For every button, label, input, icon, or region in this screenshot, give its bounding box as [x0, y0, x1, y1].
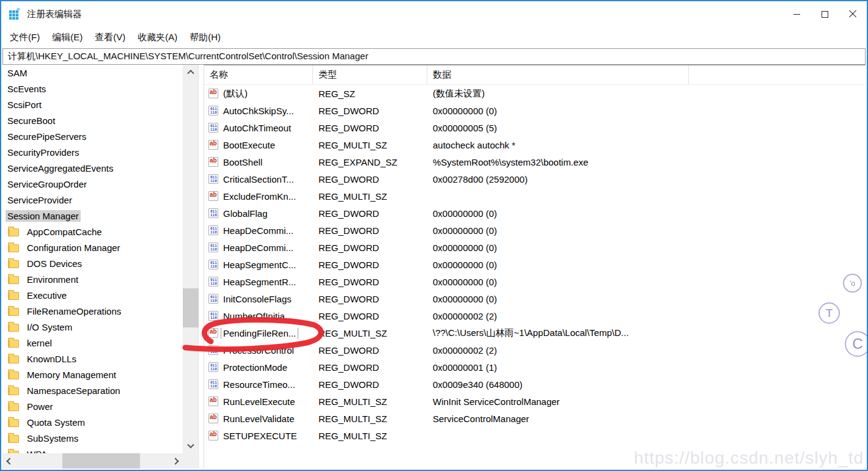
- value-list-panel: 名称 类型 数据 (默认) REG_SZ (数值未设置) AutoChkSkip…: [204, 65, 866, 469]
- value-rows: (默认) REG_SZ (数值未设置) AutoChkSkipSy... REG…: [204, 85, 866, 444]
- chevron-down-icon: [187, 442, 194, 448]
- registry-value-row[interactable]: AutoChkTimeout REG_DWORD 0x00000005 (5): [204, 119, 866, 136]
- registry-value-row[interactable]: HeapDeCommi... REG_DWORD 0x00000000 (0): [204, 239, 866, 256]
- tree-item[interactable]: ServiceAggregatedEvents: [2, 160, 183, 176]
- menu-item[interactable]: 查看(V): [89, 29, 131, 46]
- folder-icon: [8, 387, 19, 395]
- tree-item[interactable]: SecurePipeServers: [2, 128, 183, 144]
- menu-item[interactable]: 收藏夹(A): [131, 29, 183, 46]
- registry-value-row[interactable]: RunLevelExecute REG_MULTI_SZ WinInit Ser…: [204, 393, 866, 410]
- tree-item[interactable]: Configuration Manager: [2, 239, 183, 255]
- registry-value-row[interactable]: SETUPEXECUTE REG_MULTI_SZ: [204, 427, 866, 444]
- tree-item-label: SubSystems: [25, 433, 80, 444]
- tree-item[interactable]: ServiceProvider: [2, 192, 183, 208]
- tree-item[interactable]: Memory Management: [2, 367, 183, 382]
- menu-item[interactable]: 帮助(H): [183, 29, 227, 46]
- tree-item[interactable]: I/O System: [2, 319, 183, 335]
- tree-item[interactable]: NamespaceSeparation: [2, 382, 183, 398]
- tree-item[interactable]: Environment: [2, 271, 183, 287]
- scroll-up-button[interactable]: [183, 65, 199, 78]
- close-icon: [848, 10, 857, 18]
- value-type: REG_DWORD: [313, 311, 427, 321]
- value-type-icon: [208, 362, 218, 372]
- tree-item[interactable]: Quota System: [2, 414, 183, 430]
- close-button[interactable]: [839, 1, 867, 27]
- folder-icon: [8, 228, 19, 236]
- horizontal-scroll-thumb[interactable]: [62, 453, 140, 469]
- minimize-button[interactable]: [782, 1, 811, 27]
- menu-item[interactable]: 编辑(E): [46, 29, 89, 46]
- column-header-data[interactable]: 数据: [427, 65, 689, 84]
- value-type-icon: [208, 311, 218, 321]
- tree-item[interactable]: FileRenameOperations: [2, 303, 183, 319]
- vertical-scroll-thumb[interactable]: [183, 288, 199, 327]
- registry-value-row[interactable]: AutoChkSkipSy... REG_DWORD 0x00000000 (0…: [204, 102, 866, 119]
- tree-horizontal-scrollbar[interactable]: [2, 453, 183, 469]
- registry-value-row[interactable]: ProtectionMode REG_DWORD 0x00000001 (1): [204, 359, 866, 376]
- floating-side-button-3[interactable]: C: [845, 331, 868, 357]
- folder-icon: [8, 324, 19, 332]
- tree-item[interactable]: Executive: [2, 287, 183, 303]
- scroll-down-button[interactable]: [183, 440, 199, 453]
- registry-value-row[interactable]: BootShell REG_EXPAND_SZ %SystemRoot%\sys…: [204, 153, 866, 170]
- tree-item[interactable]: AppCompatCache: [2, 224, 183, 239]
- tree-vertical-scrollbar[interactable]: [183, 65, 199, 453]
- tree-item-label: SAM: [6, 67, 29, 79]
- registry-value-row[interactable]: CriticalSectionT... REG_DWORD 0x00278d00…: [204, 170, 866, 188]
- value-name: NumberOfInitia...: [221, 310, 294, 322]
- address-bar[interactable]: 计算机\HKEY_LOCAL_MACHINE\SYSTEM\CurrentCon…: [2, 48, 866, 65]
- floating-side-button-2[interactable]: T: [818, 302, 840, 324]
- value-type: REG_DWORD: [313, 243, 427, 253]
- value-data: 0x00000000 (0): [427, 208, 866, 219]
- column-header-type[interactable]: 类型: [313, 65, 427, 84]
- registry-value-row[interactable]: ResourceTimeo... REG_DWORD 0x0009e340 (6…: [204, 376, 866, 393]
- value-type: REG_MULTI_SZ: [313, 328, 427, 338]
- tree-item[interactable]: Power: [2, 398, 183, 414]
- tree-item[interactable]: SAM: [2, 65, 183, 81]
- scroll-left-button[interactable]: [2, 453, 17, 469]
- tree-item[interactable]: DOS Devices: [2, 255, 183, 271]
- scroll-right-button[interactable]: [168, 453, 183, 469]
- tree-item[interactable]: KnownDLLs: [2, 351, 183, 367]
- registry-value-row[interactable]: RunLevelValidate REG_MULTI_SZ ServiceCon…: [204, 410, 866, 427]
- registry-value-row[interactable]: HeapSegmentC... REG_DWORD 0x00000000 (0): [204, 256, 866, 273]
- registry-value-row[interactable]: (默认) REG_SZ (数值未设置): [204, 85, 866, 102]
- tree-item[interactable]: SecureBoot: [2, 112, 183, 128]
- registry-value-row[interactable]: InitConsoleFlags REG_DWORD 0x00000000 (0…: [204, 290, 866, 307]
- column-header-name[interactable]: 名称: [204, 65, 313, 84]
- tree-item[interactable]: Session Manager: [2, 208, 183, 224]
- registry-value-row[interactable]: ExcludeFromKn... REG_MULTI_SZ: [204, 188, 866, 205]
- tree-item[interactable]: WPA: [2, 446, 183, 453]
- value-type-icon: [208, 123, 218, 133]
- value-type: REG_DWORD: [313, 277, 427, 287]
- value-type: REG_DWORD: [313, 345, 427, 356]
- tree-item[interactable]: kernel: [2, 335, 183, 351]
- value-type: REG_EXPAND_SZ: [313, 157, 427, 167]
- titlebar: 注册表编辑器: [1, 1, 867, 27]
- floating-side-button-1[interactable]: ′o: [843, 274, 862, 293]
- registry-value-row[interactable]: GlobalFlag REG_DWORD 0x00000000 (0): [204, 205, 866, 222]
- registry-value-row[interactable]: PendingFileRen... REG_MULTI_SZ \??\C:\Us…: [204, 324, 866, 341]
- value-type-icon: [208, 225, 218, 235]
- value-data: 0x00000000 (0): [427, 277, 866, 287]
- tree-item-label: ScEvents: [6, 83, 48, 95]
- tree-item[interactable]: SecurityProviders: [2, 144, 183, 160]
- tree-item[interactable]: ServiceGroupOrder: [2, 176, 183, 192]
- value-type-icon: [208, 414, 218, 423]
- chevron-up-icon: [187, 70, 194, 76]
- registry-value-row[interactable]: HeapDeCommi... REG_DWORD 0x00000000 (0): [204, 222, 866, 239]
- maximize-button[interactable]: [811, 1, 839, 27]
- registry-value-row[interactable]: HeapSegmentR... REG_DWORD 0x00000000 (0): [204, 273, 866, 290]
- menu-item[interactable]: 文件(F): [4, 29, 46, 46]
- tree-item[interactable]: SubSystems: [2, 430, 183, 446]
- tree-item[interactable]: ScsiPort: [2, 97, 183, 112]
- registry-value-row[interactable]: BootExecute REG_MULTI_SZ autocheck autoc…: [204, 136, 866, 153]
- maximize-icon: [822, 11, 828, 18]
- tree-item[interactable]: ScEvents: [2, 81, 183, 97]
- folder-icon: [8, 308, 19, 316]
- folder-icon: [8, 340, 19, 348]
- registry-value-row[interactable]: ProcessorControl REG_DWORD 0x00000002 (2…: [204, 341, 866, 359]
- registry-value-row[interactable]: NumberOfInitia... REG_DWORD 0x00000002 (…: [204, 307, 866, 324]
- column-header-extra: [689, 65, 866, 84]
- value-type: REG_MULTI_SZ: [313, 191, 427, 202]
